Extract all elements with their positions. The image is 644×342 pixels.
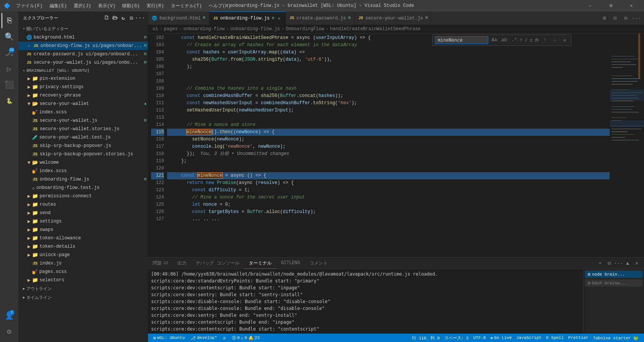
open-editor-onboarding-flow[interactable]: ✕ JS onboarding-flow.js ui/pages/onboar.…: [18, 42, 148, 50]
sidebar-item-secure-wallet-js[interactable]: JS secure-your-wallet.js M: [18, 116, 148, 125]
tab-secure-wallet[interactable]: JS secure-your-wallet.js M: [355, 11, 431, 25]
accounts-activity-button[interactable]: 👤 2: [2, 308, 17, 323]
terminal-tab-bash[interactable]: ⊞ bash brainw...: [585, 279, 642, 287]
panel-tab-comments[interactable]: コメント: [305, 258, 332, 269]
settings-activity-button[interactable]: ⚙: [2, 324, 17, 339]
encoding[interactable]: UTF-8: [471, 334, 488, 342]
indentation[interactable]: スペース: 2: [442, 334, 471, 342]
menu-select[interactable]: 選択(J): [71, 2, 94, 10]
open-editor-create-password[interactable]: JS create-password.js ui/pages/onboard..…: [18, 50, 148, 58]
sidebar-item-index-scss[interactable]: 💅 index.scss: [18, 108, 148, 116]
breadcrumb-pages[interactable]: pages: [164, 26, 178, 32]
outline-section[interactable]: ▶ アウトライン: [18, 284, 148, 293]
new-file-icon[interactable]: 🗋: [103, 15, 110, 21]
terminal-content[interactable]: [00:49:06] /home/yyx630/brainwallet/brai…: [148, 269, 583, 334]
terminal-tab-node[interactable]: ⊞ node brain...: [585, 271, 642, 278]
menu-go[interactable]: 移動(G): [119, 2, 143, 10]
menu-edit[interactable]: 編集(E): [47, 2, 70, 10]
panel-tab-terminal[interactable]: ターミナル: [244, 258, 276, 269]
workspace-section[interactable]: ▾ BRAINWALLET [WSL: UBUNTU]: [18, 67, 148, 74]
tabnine-status[interactable]: Tabnine starter 🍏: [591, 334, 641, 342]
sidebar-item-onboarding-flow-js[interactable]: JS onboarding-flow.js M: [18, 175, 148, 184]
panel-tab-debug-console[interactable]: デバッグ コンソール: [191, 258, 244, 269]
open-editor-background-html[interactable]: 🌐 background.html M: [18, 33, 148, 42]
breadcrumb-onboarding-flow[interactable]: onboarding-flow: [184, 26, 225, 32]
code-editor[interactable]: Aa ab .* ? / 2 件 ↑ ↓ ✕ const handleCreat…: [167, 34, 610, 257]
match-whole-word-button[interactable]: ab: [500, 36, 508, 44]
maximize-button[interactable]: ⧉: [602, 0, 620, 11]
panel-tab-problems[interactable]: 問題 22: [148, 258, 173, 269]
sidebar-item-pages-scss[interactable]: 💅 pages.scss: [18, 268, 148, 276]
split-terminal-button[interactable]: ⊟: [605, 259, 613, 268]
close-panel-button[interactable]: ✕: [633, 259, 641, 268]
spell-check[interactable]: 6 Spell: [544, 334, 566, 342]
sidebar-item-secure-wallet-test[interactable]: 🧪 secure-your-wallet.test.js: [18, 133, 148, 142]
new-folder-icon[interactable]: 🗁: [111, 15, 118, 21]
source-control-activity-button[interactable]: ⎇ 26: [2, 45, 17, 60]
close-button[interactable]: ✕: [623, 0, 640, 11]
tab-create-password[interactable]: JS create-password.js M: [286, 11, 355, 25]
wsl-status[interactable]: ⊞ WSL: Ubuntu: [151, 334, 187, 342]
go-live-button[interactable]: ⊕ Go Live: [488, 334, 514, 342]
refresh-icon[interactable]: ↻: [120, 15, 127, 21]
remote-activity-button[interactable]: 🐍: [2, 93, 17, 108]
find-next-button[interactable]: ↓: [551, 36, 559, 44]
more-actions-icon[interactable]: ···: [137, 15, 143, 21]
close-editor-icon[interactable]: ✕: [26, 43, 32, 49]
branch-status[interactable]: ⎇ develop*: [188, 334, 219, 342]
breadcrumb-class[interactable]: OnboardingFlow: [286, 26, 324, 32]
find-close-button[interactable]: ✕: [560, 36, 569, 44]
open-editors-section[interactable]: ▾ 開いているエディター: [18, 24, 148, 33]
errors-warnings[interactable]: ⓪ 0 ⚠ 0 🔔 22: [230, 334, 262, 342]
sidebar-item-recovery-phrase[interactable]: ▶ 📁 recovery-phrase: [18, 91, 148, 100]
run-activity-button[interactable]: ▷: [2, 61, 17, 76]
sidebar-item-send[interactable]: ▶ 📁 send: [18, 209, 148, 217]
split-editor-button[interactable]: ⊟: [621, 14, 630, 23]
timeline-section[interactable]: ▶ タイムライン: [18, 293, 148, 302]
sync-status[interactable]: ↺: [221, 334, 228, 342]
more-terminal-actions-button[interactable]: ···: [614, 259, 623, 268]
sidebar-item-selectors[interactable]: ▶ 📁 selectors: [18, 276, 148, 284]
explorer-activity-button[interactable]: ⎘: [2, 13, 17, 28]
panel-tab-gitlens[interactable]: GITLENS: [276, 258, 304, 269]
sidebar-item-welcome[interactable]: ▼ 📂 welcome: [18, 158, 148, 167]
tab-close-button[interactable]: ✕: [277, 15, 282, 21]
sidebar-item-token-details[interactable]: ▶ 📁 token-details: [18, 242, 148, 251]
sidebar-item-secure-your-wallet[interactable]: ▼ 📂 secure-your-wallet ●: [18, 100, 148, 108]
breadcrumb-function[interactable]: handleCreateBrainWalletSeedPhrase: [330, 26, 421, 32]
find-prev-button[interactable]: ↑: [541, 36, 549, 44]
sidebar-item-permissions-connect[interactable]: ▶ 📁 permissions-connect: [18, 192, 148, 200]
sidebar-item-onboarding-flow-test[interactable]: ⚠ onboarding-flow.test.js: [18, 184, 148, 192]
menu-run[interactable]: 実行(R): [143, 2, 167, 10]
sidebar-item-routes[interactable]: ▶ 📁 routes: [18, 200, 148, 209]
sidebar-item-skip-srp-backup[interactable]: JS skip-srp-backup-popover.js: [18, 142, 148, 150]
cursor-position[interactable]: 行 118、列 8: [410, 334, 442, 342]
menu-terminal[interactable]: ターミナル(T): [168, 2, 205, 10]
sidebar-item-swaps[interactable]: ▶ 📁 swaps: [18, 226, 148, 234]
breadcrumb-file[interactable]: onboarding-flow.js: [230, 26, 280, 32]
toggle-layout-button[interactable]: ⊡: [610, 14, 620, 23]
find-input[interactable]: [435, 36, 488, 44]
menu-view[interactable]: 表示(V): [95, 2, 119, 10]
sidebar-item-welcome-index-scss[interactable]: 💅 index.scss: [18, 167, 148, 175]
extensions-activity-button[interactable]: ⬛: [2, 77, 17, 92]
menu-file[interactable]: ファイル(F): [13, 2, 46, 10]
sidebar-item-secure-wallet-stories[interactable]: JS secure-your-wallet.stories.js: [18, 125, 148, 133]
language-mode[interactable]: JavaScript: [514, 334, 544, 342]
sidebar-item-privacy-settings[interactable]: ▶ 📁 privacy-settings: [18, 83, 148, 91]
more-tab-actions-button[interactable]: ···: [632, 14, 641, 23]
panel-tab-output[interactable]: 出力: [173, 258, 191, 269]
open-editor-secure-wallet[interactable]: JS secure-your-wallet.js ui/pages/onbo..…: [18, 58, 148, 67]
collapse-all-icon[interactable]: ⊟: [128, 15, 135, 21]
tab-background-html[interactable]: 🌐 background.html M: [148, 11, 209, 25]
sidebar-item-unlock-page[interactable]: ▶ 📁 unlock-page: [18, 251, 148, 259]
sidebar-item-pin-extension[interactable]: ▶ 📁 pin-extension: [18, 74, 148, 83]
use-regex-button[interactable]: .*: [510, 36, 518, 44]
tab-onboarding-flow[interactable]: JS onboarding-flow.js M ✕: [209, 11, 286, 25]
sidebar-item-skip-srp-backup-stories[interactable]: JS skip-srp-backup-popover.stories.js: [18, 150, 148, 158]
sidebar-item-settings[interactable]: ▶ 📁 settings: [18, 217, 148, 226]
formatter[interactable]: Prettier: [566, 334, 591, 342]
minimize-button[interactable]: —: [581, 0, 599, 11]
sidebar-item-index-js[interactable]: JS index.js: [18, 259, 148, 268]
toggle-primary-sidebar-button[interactable]: ⊞: [600, 14, 609, 23]
